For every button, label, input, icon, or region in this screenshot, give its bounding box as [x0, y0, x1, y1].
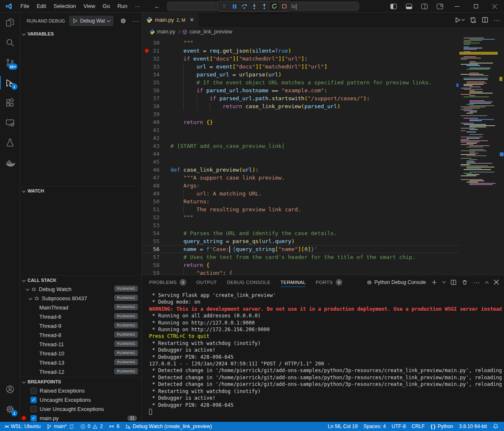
- gutter[interactable]: 53: [142, 221, 170, 229]
- code-line-30[interactable]: 30 """: [142, 39, 459, 47]
- call-stack-item[interactable]: Thread-12RUNNING: [20, 367, 142, 376]
- code-line-43[interactable]: 43# [START add_ons_case_preview_link]: [142, 142, 459, 150]
- call-stack-item[interactable]: Thread-8RUNNING: [20, 330, 142, 340]
- gutter[interactable]: 35: [142, 79, 170, 86]
- gutter[interactable]: 58: [142, 261, 170, 269]
- call-stack-section-header[interactable]: CALL STACK: [20, 275, 142, 284]
- extensions-icon[interactable]: [0, 93, 20, 113]
- code-editor[interactable]: 30 """31 event = req.get_json(silent=Tru…: [142, 36, 504, 275]
- language-mode[interactable]: { }Python: [428, 422, 456, 431]
- breadcrumb-file[interactable]: main.py: [157, 29, 175, 35]
- gutter[interactable]: 48: [142, 182, 170, 190]
- gutter[interactable]: 31: [142, 47, 170, 55]
- code-line-31[interactable]: 31 event = req.get_json(silent=True): [142, 47, 459, 55]
- minimize-button[interactable]: [448, 0, 466, 13]
- gutter[interactable]: 56: [142, 246, 170, 253]
- code-line-40[interactable]: 40 return {}: [142, 118, 459, 126]
- menu-file[interactable]: File: [17, 2, 33, 11]
- split-terminal-icon[interactable]: [451, 279, 456, 285]
- checkbox[interactable]: ✓: [30, 415, 37, 421]
- drag-handle-icon[interactable]: ⠿: [220, 2, 228, 10]
- gutter[interactable]: 50: [142, 198, 170, 205]
- code-line-35[interactable]: 35 # If the event object URL matches a s…: [142, 79, 459, 86]
- maximize-panel-icon[interactable]: [485, 281, 489, 284]
- terminal-instance-label[interactable]: Python Debug Console: [366, 279, 426, 285]
- menu-moremoremore[interactable]: ···: [131, 2, 144, 11]
- step-over-button[interactable]: [240, 2, 248, 10]
- debug-settings-gear-icon[interactable]: [120, 18, 127, 24]
- code-line-44[interactable]: 44: [142, 150, 459, 158]
- start-debug-icon[interactable]: [73, 18, 78, 23]
- call-stack-item[interactable]: Thread-11RUNNING: [20, 340, 142, 349]
- gutter[interactable]: 37: [142, 94, 170, 102]
- watch-section-header[interactable]: WATCH: [20, 186, 142, 195]
- code-line-38[interactable]: 38 return case_link_preview(parsed_url): [142, 102, 459, 110]
- stop-button[interactable]: [280, 2, 289, 10]
- gutter[interactable]: 34: [142, 71, 170, 79]
- code-line-47[interactable]: 47 """A support case link preview.: [142, 174, 459, 182]
- code-line-39[interactable]: 39: [142, 110, 459, 118]
- code-line-41[interactable]: 41: [142, 126, 459, 134]
- gutter[interactable]: 41: [142, 126, 170, 134]
- pause-button[interactable]: [230, 2, 238, 10]
- breadcrumb-symbol[interactable]: case_link_preview: [190, 29, 232, 35]
- code-line-54[interactable]: 54 # Parses the URL and identify the cas…: [142, 229, 459, 237]
- tab-close-icon[interactable]: ✕: [190, 17, 194, 23]
- gutter[interactable]: 52: [142, 213, 170, 221]
- python-interpreter[interactable]: 3.8.10 64-bit: [456, 422, 490, 431]
- branch-indicator[interactable]: main*: [43, 422, 77, 431]
- gutter[interactable]: 43: [142, 142, 170, 150]
- overview-ruler[interactable]: [498, 36, 504, 275]
- gutter[interactable]: 54: [142, 229, 170, 237]
- menu-run[interactable]: Run: [114, 2, 131, 11]
- code-line-56[interactable]: 56 name = f'Case: {query_string["name"][…: [142, 245, 459, 253]
- gutter[interactable]: 36: [142, 86, 170, 94]
- checkbox[interactable]: ✓: [30, 397, 37, 403]
- menu-view[interactable]: View: [80, 2, 99, 11]
- testing-icon[interactable]: [0, 133, 20, 153]
- restart-button[interactable]: [270, 2, 279, 10]
- gutter[interactable]: 49: [142, 190, 170, 198]
- panel-more-actions[interactable]: ···: [473, 279, 480, 286]
- panel-tab-debug-console[interactable]: DEBUG CONSOLE: [227, 275, 270, 289]
- gutter[interactable]: 39: [142, 110, 170, 118]
- call-stack-item[interactable]: Thread-9RUNNING: [20, 321, 142, 330]
- indentation[interactable]: Spaces: 4: [360, 422, 388, 431]
- breakpoint-item[interactable]: User Uncaught Exceptions: [20, 404, 142, 413]
- gutter[interactable]: 30: [142, 39, 170, 47]
- call-stack-item[interactable]: Debug WatchRUNNING: [20, 284, 142, 294]
- panel-tab-ports[interactable]: PORTS6: [316, 275, 342, 289]
- gutter[interactable]: 38: [142, 102, 170, 110]
- kill-terminal-icon[interactable]: [462, 279, 468, 285]
- gutter[interactable]: 55: [142, 237, 170, 245]
- breakpoint-item[interactable]: ✓main.py31: [20, 413, 142, 423]
- code-line-34[interactable]: 34 parsed_url = urlparse(url): [142, 71, 459, 79]
- terminal-output[interactable]: * Serving Flask app 'create_link_preview…: [149, 292, 501, 420]
- chevron-down-icon[interactable]: [29, 297, 32, 300]
- source-control-icon[interactable]: 1K+: [0, 53, 20, 73]
- code-line-45[interactable]: 45: [142, 158, 459, 166]
- call-stack-item[interactable]: Thread-10RUNNING: [20, 349, 142, 358]
- notifications-bell[interactable]: [490, 422, 501, 431]
- gutter[interactable]: 57: [142, 253, 170, 261]
- terminal-dropdown-icon[interactable]: [442, 280, 446, 283]
- toggle-panel-icon[interactable]: [406, 4, 412, 9]
- run-python-file-button[interactable]: [455, 17, 464, 23]
- breakpoint-item[interactable]: ✓Uncaught Exceptions: [20, 395, 142, 404]
- docker-icon[interactable]: [0, 153, 20, 173]
- toggle-secondary-sidebar-icon[interactable]: [421, 4, 428, 9]
- gutter[interactable]: 45: [142, 158, 170, 166]
- ports-indicator[interactable]: 6: [106, 422, 122, 431]
- new-terminal-icon[interactable]: [431, 279, 437, 285]
- code-line-33[interactable]: 33 url = event["docs"]["matchedUrl"]["ur…: [142, 63, 459, 71]
- run-and-debug-icon[interactable]: 1: [0, 73, 20, 93]
- code-line-50[interactable]: 50 Returns:: [142, 198, 459, 205]
- code-line-58[interactable]: 58 return {: [142, 261, 459, 269]
- tab-main-py[interactable]: main.py 2, M ✕: [142, 13, 199, 27]
- gutter[interactable]: 51: [142, 205, 170, 213]
- remote-indicator[interactable]: ><WSL: Ubuntu: [2, 422, 43, 431]
- checkbox[interactable]: [30, 406, 37, 412]
- code-line-48[interactable]: 48 Args:: [142, 182, 459, 190]
- code-line-37[interactable]: 37 if parsed_url.path.startswith("/suppo…: [142, 94, 459, 102]
- call-stack-item[interactable]: Thread-6RUNNING: [20, 312, 142, 321]
